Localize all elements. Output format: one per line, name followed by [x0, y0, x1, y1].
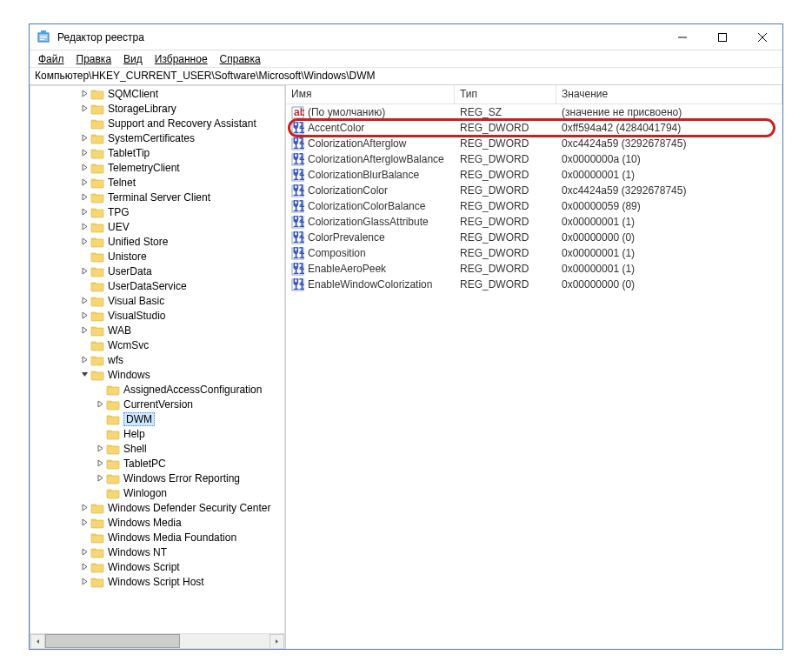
tree-item[interactable]: DWM — [30, 411, 284, 426]
scroll-track[interactable] — [45, 634, 270, 648]
chevron-right-icon[interactable] — [78, 504, 90, 511]
chevron-right-icon[interactable] — [78, 208, 90, 216]
tree-item[interactable]: WAB — [30, 323, 284, 337]
chevron-right-icon[interactable] — [78, 518, 90, 526]
chevron-right-icon[interactable] — [78, 267, 90, 275]
tree-item[interactable]: TabletPC — [30, 456, 284, 471]
scroll-left-button[interactable] — [30, 634, 45, 649]
tree-item[interactable]: Windows NT — [30, 544, 284, 559]
values-pane[interactable]: Имя Тип Значение (По умолчанию)REG_SZ(зн… — [286, 85, 782, 649]
maximize-button[interactable] — [702, 24, 742, 50]
value-row[interactable]: ColorizationColorREG_DWORD0xc4424a59 (32… — [286, 183, 782, 198]
value-name: ColorizationColorBalance — [308, 200, 425, 212]
value-type: REG_DWORD — [455, 216, 556, 228]
chevron-right-icon[interactable] — [78, 237, 90, 245]
tree-item-label: SQMClient — [108, 88, 158, 100]
tree-item[interactable]: Telnet — [30, 175, 284, 190]
minimize-button[interactable] — [662, 24, 702, 50]
tree-item[interactable]: TPG — [30, 204, 284, 219]
tree-item[interactable]: Windows Error Reporting — [30, 471, 284, 485]
chevron-right-icon[interactable] — [78, 90, 90, 97]
tree-item[interactable]: Windows — [30, 367, 284, 382]
column-type[interactable]: Тип — [455, 85, 556, 104]
tree-item[interactable]: SQMClient — [30, 86, 284, 101]
chevron-right-icon[interactable] — [78, 178, 90, 186]
chevron-right-icon[interactable] — [78, 223, 90, 230]
chevron-right-icon[interactable] — [78, 104, 90, 112]
tree-item[interactable]: Winlogon — [30, 485, 284, 500]
tree-item[interactable]: UserData — [30, 264, 284, 278]
tree-item[interactable]: AssignedAccessConfiguration — [30, 382, 284, 397]
tree-item[interactable]: UserDataService — [30, 278, 284, 293]
tree-item-label: SystemCertificates — [108, 132, 195, 144]
tree-item[interactable]: Visual Basic — [30, 293, 284, 308]
value-row[interactable]: CompositionREG_DWORD0x00000001 (1) — [286, 245, 782, 261]
address-bar[interactable]: Компьютер\HKEY_CURRENT_USER\Software\Mic… — [30, 68, 782, 85]
value-row[interactable]: ColorizationGlassAttributeREG_DWORD0x000… — [286, 214, 782, 230]
scroll-right-button[interactable] — [270, 634, 284, 649]
tree-item[interactable]: Support and Recovery Assistant — [30, 116, 284, 130]
menu-file[interactable]: Файл — [33, 51, 70, 67]
value-row[interactable]: (По умолчанию)REG_SZ(значение не присвое… — [286, 104, 782, 120]
value-row[interactable]: EnableAeroPeekREG_DWORD0x00000001 (1) — [286, 261, 782, 277]
chevron-right-icon[interactable] — [78, 134, 90, 142]
chevron-right-icon[interactable] — [78, 578, 90, 585]
tree-item[interactable]: CurrentVersion — [30, 397, 284, 411]
tree-item[interactable]: Windows Script Host — [30, 574, 284, 589]
value-row[interactable]: ColorizationColorBalanceREG_DWORD0x00000… — [286, 198, 782, 214]
tree-item[interactable]: SystemCertificates — [30, 130, 284, 145]
tree-item[interactable]: Unified Store — [30, 234, 284, 249]
chevron-right-icon[interactable] — [78, 149, 90, 157]
tree-item[interactable]: StorageLibrary — [30, 101, 284, 116]
chevron-right-icon[interactable] — [78, 326, 90, 334]
menu-edit[interactable]: Правка — [71, 51, 117, 67]
chevron-right-icon[interactable] — [78, 356, 90, 364]
value-row[interactable]: EnableWindowColorizationREG_DWORD0x00000… — [286, 277, 782, 292]
tree-horizontal-scrollbar[interactable] — [30, 633, 284, 648]
close-button[interactable] — [742, 24, 782, 50]
chevron-down-icon[interactable] — [78, 371, 90, 378]
tree-pane[interactable]: SQMClientStorageLibrary Support and Reco… — [30, 85, 286, 649]
tree-item[interactable]: VisualStudio — [30, 308, 284, 323]
tree-item[interactable]: Windows Script — [30, 559, 284, 574]
tree-item[interactable]: wfs — [30, 352, 284, 367]
menu-help[interactable]: Справка — [215, 51, 266, 67]
tree-item[interactable]: TabletTip — [30, 145, 284, 160]
chevron-right-icon[interactable] — [78, 563, 90, 571]
value-row[interactable]: ColorPrevalenceREG_DWORD0x00000000 (0) — [286, 230, 782, 245]
chevron-right-icon[interactable] — [94, 459, 106, 467]
titlebar[interactable]: Редактор реестра — [30, 24, 782, 50]
value-name: ColorPrevalence — [308, 231, 385, 244]
tree-item[interactable]: Help — [30, 426, 284, 441]
tree-item[interactable]: Terminal Server Client — [30, 190, 284, 204]
tree-item[interactable]: Windows Media — [30, 515, 284, 530]
chevron-right-icon[interactable] — [78, 548, 90, 556]
value-row[interactable]: ColorizationAfterglowREG_DWORD0xc4424a59… — [286, 136, 782, 151]
value-row[interactable]: ColorizationAfterglowBalanceREG_DWORD0x0… — [286, 151, 782, 167]
value-row[interactable]: ColorizationBlurBalanceREG_DWORD0x000000… — [286, 167, 782, 183]
chevron-right-icon[interactable] — [78, 164, 90, 171]
chevron-right-icon[interactable] — [94, 474, 106, 482]
chevron-right-icon[interactable] — [78, 311, 90, 319]
column-name[interactable]: Имя — [286, 85, 455, 104]
tree-item[interactable]: TelemetryClient — [30, 160, 284, 175]
tree-item[interactable]: Unistore — [30, 249, 284, 264]
chevron-right-icon[interactable] — [78, 297, 90, 304]
menu-view[interactable]: Вид — [118, 51, 148, 67]
column-data[interactable]: Значение — [556, 85, 782, 104]
tree-item[interactable]: Windows Defender Security Center — [30, 500, 284, 515]
tree-item[interactable]: UEV — [30, 219, 284, 234]
chevron-right-icon[interactable] — [94, 400, 106, 408]
value-row[interactable]: AccentColorREG_DWORD0xff594a42 (42840417… — [286, 120, 782, 136]
chevron-right-icon[interactable] — [78, 193, 90, 201]
folder-icon — [106, 398, 120, 411]
folder-icon — [90, 236, 104, 248]
tree-item[interactable]: WcmSvc — [30, 337, 284, 352]
dword-value-icon — [291, 200, 304, 213]
tree-item[interactable]: Shell — [30, 441, 284, 456]
value-name: ColorizationBlurBalance — [308, 169, 419, 181]
tree-item[interactable]: Windows Media Foundation — [30, 530, 284, 544]
menu-favorites[interactable]: Избранное — [150, 51, 213, 67]
chevron-right-icon[interactable] — [94, 444, 106, 452]
scroll-thumb[interactable] — [45, 634, 180, 648]
